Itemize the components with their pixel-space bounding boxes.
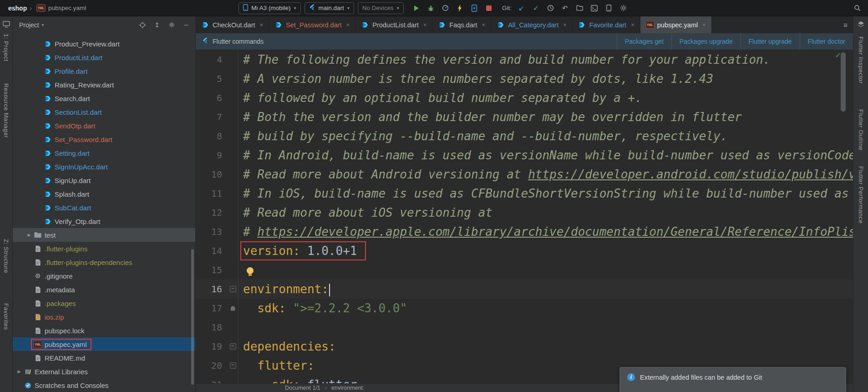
device-selector-dropdown[interactable]: Mi A3 (mobile) ▾ — [239, 2, 300, 14]
code-line-17[interactable]: 17 sdk: ">=2.2.2 <3.0.0" — [196, 299, 853, 318]
close-tab-icon[interactable]: × — [482, 21, 486, 28]
notification-popup[interactable]: Externally added files can be added to G… — [619, 367, 846, 392]
history-button[interactable] — [544, 3, 557, 14]
tree-item-gitignore[interactable]: .gitignore — [13, 269, 195, 283]
tree-item-sendotp-dart[interactable]: SendOtp.dart — [13, 119, 195, 132]
tree-item-metadata[interactable]: .metadata — [13, 283, 195, 296]
code-editor[interactable]: ✓ 4# The following defines the version a… — [196, 50, 853, 383]
tab-list-icon[interactable]: ≡ — [843, 16, 853, 33]
profiler-button[interactable] — [439, 3, 452, 14]
close-tab-icon[interactable]: × — [423, 21, 427, 28]
code-line-5[interactable]: 5# A version number is three numbers sep… — [196, 69, 853, 88]
code-line-18[interactable]: 18 — [196, 318, 853, 337]
comment-link[interactable]: https://developer.android.com/studio/pub… — [528, 168, 853, 181]
device-status-dropdown[interactable]: No Devices ▾ — [358, 2, 404, 14]
settings-button[interactable] — [617, 3, 629, 14]
code-line-10[interactable]: 10# Read more about Android versioning a… — [196, 165, 853, 184]
fold-marker-icon[interactable]: − — [230, 286, 236, 292]
tree-item-splash-dart[interactable]: Splash.dart — [13, 187, 195, 201]
tree-item-productlist-dart[interactable]: ProductList.dart — [13, 51, 195, 64]
code-line-11[interactable]: 11# In iOS, build-name is used as CFBund… — [196, 184, 853, 203]
tree-item-search-dart[interactable]: Search.dart — [13, 92, 195, 105]
code-line-6[interactable]: 6# followed by an optional build number … — [196, 88, 853, 107]
code-line-8[interactable]: 8# build by specifying --build-name and … — [196, 127, 853, 146]
tool-button-resource-manager[interactable]: Resource Manager — [3, 83, 10, 138]
tree-item-verify-otp-dart[interactable]: Verify_Otp.dart — [13, 214, 195, 228]
tab-checkout-dart[interactable]: CheckOut.dart× — [196, 16, 269, 33]
fold-end-icon[interactable] — [231, 306, 235, 311]
tree-item-signup-dart[interactable]: SignUp.dart — [13, 173, 195, 187]
tree-item-flutter-plugins[interactable]: .flutter-plugins — [13, 242, 195, 255]
tree-item-rating-review-dart[interactable]: Rating_Review.dart — [13, 78, 195, 92]
device-manager-button[interactable] — [603, 3, 615, 14]
comment-link[interactable]: https://developer.apple.com/library/arch… — [257, 225, 853, 239]
tree-item-set-password-dart[interactable]: Set_Password.dart — [13, 132, 195, 146]
flutter-action-packages-upgrade[interactable]: Packages upgrade — [671, 33, 741, 50]
tree-item-signinupacc-dart[interactable]: SignInUpAcc.dart — [13, 160, 195, 173]
code-line-4[interactable]: 4# The following defines the version and… — [196, 50, 853, 69]
close-tab-icon[interactable]: × — [563, 21, 567, 28]
tree-item-pubspec-yaml[interactable]: YMLpubspec.yaml — [13, 337, 195, 351]
code-line-7[interactable]: 7# Both the version and the builder numb… — [196, 107, 853, 127]
tool-button-flutter-performance[interactable]: Flutter Performance — [858, 166, 864, 224]
tool-button-favorites[interactable]: Favorites — [3, 303, 10, 330]
intention-bulb-icon[interactable] — [247, 267, 254, 274]
tool-button-flutter-outline[interactable]: Flutter Outline — [858, 109, 864, 151]
tab-pubspec-yaml[interactable]: YMLpubspec.yaml× — [640, 16, 712, 33]
tree-item-packages[interactable]: .packages — [13, 296, 195, 310]
project-tool-icon[interactable] — [3, 21, 10, 29]
close-tab-icon[interactable]: × — [631, 21, 635, 28]
close-tab-icon[interactable]: × — [260, 21, 264, 28]
update-project-button[interactable]: ↙ — [515, 3, 528, 14]
project-scrollbar[interactable] — [191, 249, 194, 385]
fold-marker-icon[interactable]: − — [230, 362, 236, 369]
search-everywhere-button[interactable] — [851, 3, 863, 14]
collapse-all-icon[interactable] — [153, 21, 161, 29]
close-tab-icon[interactable]: × — [702, 21, 706, 28]
tree-expand-arrow-icon[interactable]: ▶ — [15, 369, 23, 374]
inspection-status-icon[interactable]: ✓ — [835, 51, 841, 60]
tree-item-pubspec-lock[interactable]: pubspec.lock — [13, 324, 195, 337]
devtools-button[interactable] — [468, 3, 481, 14]
window-project-name[interactable]: eshop — [8, 5, 27, 12]
close-tab-icon[interactable]: × — [346, 21, 350, 28]
locate-file-icon[interactable] — [139, 21, 146, 29]
tree-item-test[interactable]: ▶test — [13, 228, 195, 242]
tab-productlist-dart[interactable]: ProductList.dart× — [355, 16, 432, 33]
tree-item-setting-dart[interactable]: Setting.dart — [13, 146, 195, 160]
tree-item-profile-dart[interactable]: Profile.dart — [13, 64, 195, 78]
editor-scrollbar[interactable] — [841, 52, 846, 112]
tab-all-category-dart[interactable]: All_Category.dart× — [491, 16, 573, 33]
rollback-button[interactable]: ↶ — [559, 3, 571, 14]
tree-item-sectionlist-dart[interactable]: SectionList.dart — [13, 105, 195, 119]
code-line-9[interactable]: 9# In Android, build-name is used as ver… — [196, 146, 853, 165]
project-view-selector[interactable]: Project ▾ — [19, 21, 44, 29]
breadcrumb-context[interactable]: environment: — [331, 385, 364, 391]
hide-panel-icon[interactable]: ─ — [183, 21, 190, 29]
window-file-name[interactable]: pubspec.yaml — [48, 5, 86, 11]
fold-marker-icon[interactable]: − — [230, 343, 236, 350]
tree-expand-arrow-icon[interactable]: ▶ — [25, 233, 33, 237]
tool-button-flutter-inspector[interactable]: Flutter Inspector — [858, 36, 864, 84]
flutter-action-packages-get[interactable]: Packages get — [617, 33, 671, 50]
terminal-button[interactable] — [588, 3, 600, 14]
run-config-dropdown[interactable]: main.dart ▾ — [305, 2, 354, 14]
tool-button-1-project[interactable]: 1: Project — [3, 34, 10, 61]
tree-item-subcat-dart[interactable]: SubCat.dart — [13, 201, 195, 214]
run-button[interactable] — [410, 3, 422, 14]
tree-item-scratches-and-consoles[interactable]: Scratches and Consoles — [13, 378, 195, 392]
tab-set-password-dart[interactable]: Set_Password.dart× — [269, 16, 355, 33]
tool-button-z-structure[interactable]: Z: Structure — [3, 239, 10, 273]
commit-button[interactable]: ✓ — [530, 3, 542, 14]
code-line-16[interactable]: 16−environment: — [196, 280, 853, 299]
code-line-15[interactable]: 15 — [196, 260, 853, 280]
code-line-19[interactable]: 19−dependencies: — [196, 337, 853, 356]
tree-item-ios-zip[interactable]: ios.zip — [13, 310, 195, 324]
code-line-13[interactable]: 13# https://developer.apple.com/library/… — [196, 222, 853, 241]
stop-button[interactable] — [483, 3, 495, 14]
tree-item-product-preview-dart[interactable]: Product_Preview.dart — [13, 37, 195, 51]
code-line-14[interactable]: 14version: 1.0.0+1 — [196, 241, 853, 260]
layers-icon[interactable] — [858, 21, 864, 29]
hot-reload-button[interactable] — [454, 3, 466, 14]
tab-favorite-dart[interactable]: Favorite.dart× — [573, 16, 640, 33]
